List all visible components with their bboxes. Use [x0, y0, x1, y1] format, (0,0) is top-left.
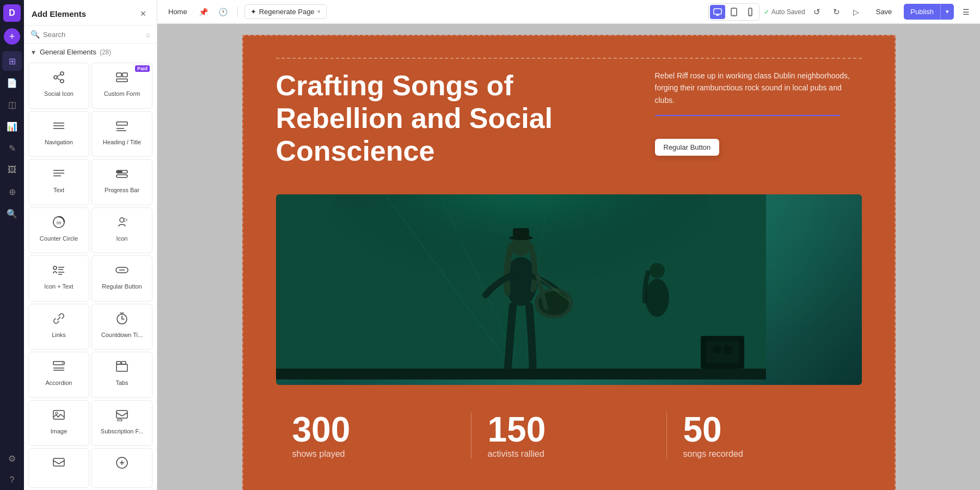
extra1-preview: [51, 455, 66, 473]
tabs-preview: [114, 359, 130, 376]
tablet-device-button[interactable]: [726, 5, 742, 19]
accordion-preview: [51, 359, 66, 376]
regenerate-chevron: ▾: [317, 8, 321, 15]
media-icon[interactable]: 🖼: [2, 160, 22, 180]
regenerate-icon: ✦: [250, 8, 256, 16]
home-button[interactable]: Home: [164, 5, 192, 18]
hero-right: Rebel Riff rose up in working class Dubl…: [655, 70, 862, 178]
mobile-device-button[interactable]: [743, 5, 758, 19]
settings-icon[interactable]: ⚙: [2, 449, 22, 468]
checkmark-icon: ✓: [764, 8, 769, 16]
analytics-icon[interactable]: 📊: [2, 117, 22, 136]
blog-icon[interactable]: ✎: [2, 138, 22, 158]
element-image[interactable]: Image: [28, 400, 89, 446]
element-icon-text[interactable]: Icon + Text: [28, 255, 89, 302]
element-subscription-form[interactable]: Subscription F...: [91, 400, 152, 446]
regular-button-preview: [114, 262, 130, 280]
hero-title: Crafting Songs of Rebellion and Social C…: [276, 70, 633, 167]
search-input[interactable]: [43, 30, 143, 39]
heading-title-label: Heading / Title: [103, 139, 141, 145]
regenerate-label: Regenerate Page: [259, 8, 315, 16]
subscription-form-label: Subscription F...: [101, 428, 143, 434]
counter-circle-preview: 99: [51, 215, 66, 232]
layers-icon[interactable]: ◫: [2, 95, 22, 114]
social-icon-preview: [51, 70, 66, 87]
element-social-icon[interactable]: Social Icon: [28, 63, 89, 109]
svg-point-24: [53, 266, 57, 270]
icon-preview: [114, 215, 130, 232]
apps-icon[interactable]: ⊕: [2, 182, 22, 201]
icon-text-label: Icon + Text: [44, 283, 73, 290]
redo-button[interactable]: ↻: [829, 4, 844, 20]
element-text[interactable]: Text: [28, 159, 89, 205]
hero-section: Crafting Songs of Rebellion and Social C…: [276, 70, 862, 178]
pages-icon[interactable]: 📄: [2, 73, 22, 93]
page-canvas: Crafting Songs of Rebellion and Social C…: [242, 35, 896, 490]
links-preview: [51, 311, 66, 328]
more-options-icon[interactable]: ☰: [958, 4, 973, 20]
elements-icon[interactable]: ⊞: [2, 51, 22, 71]
regular-button-label: Regular Button: [102, 283, 142, 290]
svg-rect-43: [53, 411, 64, 419]
svg-rect-46: [118, 419, 122, 421]
navigation-preview: [51, 118, 66, 136]
svg-point-0: [60, 72, 64, 75]
element-accordion[interactable]: Accordion: [28, 352, 89, 398]
publish-button[interactable]: Publish ▾: [904, 4, 954, 20]
svg-point-77: [713, 345, 721, 354]
concert-image: [276, 194, 862, 385]
canvas-area[interactable]: Crafting Songs of Rebellion and Social C…: [157, 24, 980, 490]
search-submit-icon: ⌕: [146, 30, 150, 39]
save-button[interactable]: Save: [868, 4, 900, 19]
regenerate-button[interactable]: ✦ Regenerate Page ▾: [244, 4, 327, 19]
stats-section: 300 shows played 150 activists rallied 5…: [276, 401, 862, 470]
svg-point-1: [54, 76, 57, 79]
panel-close-button[interactable]: ✕: [137, 8, 149, 20]
element-countdown-timer[interactable]: Countdown Ti...: [91, 304, 152, 350]
elements-grid: Social Icon Paid Custom Form: [24, 60, 157, 490]
element-counter-circle[interactable]: 99 Counter Circle: [28, 207, 89, 254]
svg-point-78: [724, 345, 732, 354]
social-icon-label: Social Icon: [44, 90, 74, 97]
element-links[interactable]: Links: [28, 304, 89, 350]
help-icon[interactable]: ?: [2, 470, 22, 490]
paid-badge: Paid: [135, 65, 150, 72]
element-progress-bar[interactable]: Progress Bar: [91, 159, 152, 205]
element-icon[interactable]: Icon: [91, 207, 152, 254]
element-navigation[interactable]: Navigation: [28, 111, 89, 157]
svg-line-4: [57, 78, 60, 81]
undo-button[interactable]: ↺: [810, 4, 825, 20]
element-extra1[interactable]: [28, 448, 89, 488]
svg-point-57: [750, 14, 750, 15]
desktop-device-button[interactable]: [710, 5, 725, 19]
section-count: (28): [100, 48, 111, 56]
button-tooltip[interactable]: Regular Button: [655, 139, 720, 156]
countdown-timer-preview: [114, 311, 130, 328]
subscription-form-preview: [114, 407, 130, 425]
stat-number-0: 300: [292, 412, 455, 447]
play-button[interactable]: ▷: [849, 4, 864, 20]
section-header[interactable]: ▼ General Elements (28): [24, 44, 157, 60]
seo-icon[interactable]: 🔍: [2, 204, 22, 223]
element-heading-title[interactable]: Heading / Title: [91, 111, 152, 157]
custom-form-label: Custom Form: [104, 90, 140, 97]
icon-label: Icon: [117, 235, 128, 242]
publish-label: Publish: [904, 4, 940, 20]
element-custom-form[interactable]: Paid Custom Form: [91, 63, 152, 109]
element-regular-button[interactable]: Regular Button: [91, 255, 152, 302]
top-toolbar: Home 📌 🕐 ✦ Regenerate Page ▾ ✓ Auto Save…: [157, 0, 980, 24]
underline-decoration: [655, 115, 840, 116]
section-arrow-icon: ▼: [30, 49, 36, 56]
history-icon[interactable]: 🕐: [216, 4, 231, 20]
pin-icon[interactable]: 📌: [196, 4, 211, 20]
app-logo[interactable]: D: [3, 4, 21, 22]
accordion-label: Accordion: [46, 379, 72, 386]
svg-rect-76: [706, 341, 739, 363]
element-tabs[interactable]: Tabs: [91, 352, 152, 398]
svg-point-44: [56, 412, 58, 414]
add-button[interactable]: +: [4, 28, 20, 45]
svg-rect-19: [117, 171, 122, 173]
svg-rect-6: [122, 73, 127, 77]
element-extra2[interactable]: [91, 448, 152, 488]
text-preview: [51, 166, 66, 183]
